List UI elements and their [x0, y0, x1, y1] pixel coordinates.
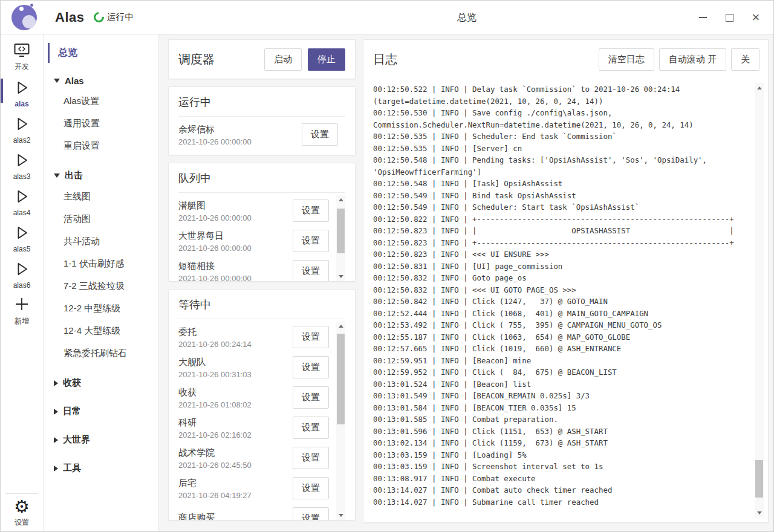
log-line: 00:12:50.548 | INFO | [Task] OpsiAshAssi… [373, 178, 749, 190]
task-row: 潜艇图 2021-10-26 00:00:00 设置 [178, 195, 336, 225]
chevron-down-icon [54, 174, 60, 178]
log-line: 00:12:50.823 | INFO | | OPSIASHASSIST | [373, 225, 749, 237]
task-setting-button[interactable]: 设置 [302, 123, 338, 146]
nav-item[interactable]: 12-2 中型练级 [44, 297, 158, 320]
start-button[interactable]: 启动 [264, 48, 302, 71]
task-setting-button[interactable]: 设置 [293, 326, 329, 348]
task-setting-button[interactable]: 设置 [293, 260, 329, 282]
chevron-right-icon [54, 437, 58, 443]
task-setting-button[interactable]: 设置 [293, 386, 329, 409]
waiting-task-list: 委托 2021-10-26 00:24:14 设置 大舰队 2021-10-26… [178, 322, 336, 520]
log-line: 00:12:50.549 | INFO | Bind task OpsiAshA… [373, 190, 749, 202]
nav-item[interactable]: 1-1 伏击刷好感 [44, 253, 158, 275]
pending-title: 队列中 [178, 171, 345, 193]
nav-group-header-opsi[interactable]: 大世界 [44, 430, 158, 450]
nav-item[interactable]: Alas设置 [44, 90, 158, 112]
task-setting-button[interactable]: 设置 [293, 447, 329, 469]
nav-item-overview[interactable]: 总览 [48, 43, 158, 63]
log-line: 00:12:50.535 | INFO | [Server] cn [373, 143, 749, 155]
rail-item-alas4[interactable]: alas4 [1, 184, 43, 221]
task-name: 潜艇图 [178, 200, 293, 212]
log-line: 00:13:02.134 | INFO | Click (1159, 673) … [373, 437, 749, 449]
maximize-button[interactable] [720, 8, 738, 27]
log-line: 00:12:50.535 | INFO | Scheduler: End tas… [373, 131, 749, 143]
task-setting-button[interactable]: 设置 [293, 230, 329, 252]
minimize-button[interactable] [694, 8, 712, 27]
rail-item-alas6[interactable]: alas6 [1, 257, 43, 293]
rail-item-alas5[interactable]: alas5 [1, 221, 43, 257]
scroll-up-button[interactable] [336, 322, 345, 331]
log-line: 00:13:01.549 | INFO | [BEACON_REMAIN 0.0… [373, 390, 749, 402]
nav-group-header-alas[interactable]: Alas [44, 71, 158, 90]
task-setting-button[interactable]: 设置 [293, 477, 329, 499]
log-line: 00:13:01.584 | INFO | [BEACON_TIER 0.035… [373, 402, 749, 414]
rail-item-alas3[interactable]: alas3 [1, 148, 43, 184]
rail-item-settings[interactable]: ⚙ 设置 [5, 494, 38, 531]
task-row: 科研 2021-10-26 02:16:02 设置 [178, 412, 336, 443]
scroll-down-button[interactable] [336, 272, 345, 281]
nav-item[interactable]: 12-4 大型练级 [44, 320, 158, 342]
nav-group-opsi: 大世界 [44, 430, 158, 450]
scroll-down-button[interactable] [755, 508, 764, 517]
scrollbar-thumb[interactable] [337, 209, 345, 253]
nav-item[interactable]: 紧急委托刷钻石 [44, 342, 158, 365]
nav-item[interactable]: 通用设置 [44, 112, 158, 135]
rail-item-add[interactable]: 新增 [1, 293, 43, 329]
task-time: 2021-10-26 02:45:50 [178, 461, 293, 470]
clear-log-button[interactable]: 清空日志 [599, 48, 654, 71]
log-scrollbar[interactable] [755, 83, 764, 517]
titlebar: Alas 运行中 总览 × [1, 1, 773, 34]
chevron-right-icon [54, 380, 58, 386]
maximize-icon [726, 14, 733, 22]
stop-button[interactable]: 停止 [308, 48, 345, 71]
nav-item[interactable]: 共斗活动 [44, 230, 158, 253]
nav-item[interactable]: 主线图 [44, 186, 158, 208]
rail-item-alas[interactable]: alas [1, 76, 43, 112]
play-icon [14, 116, 30, 134]
nav-group-header-reward[interactable]: 收获 [44, 373, 158, 393]
chevron-down-icon [54, 79, 60, 83]
task-name: 短猫相接 [178, 261, 293, 272]
scroll-up-button[interactable] [336, 195, 345, 204]
nav-item[interactable]: 7-2 三战捡垃圾 [44, 275, 158, 297]
play-icon [14, 225, 30, 243]
rail-item-dev[interactable]: 开发 [1, 39, 43, 76]
task-row: 委托 2021-10-26 00:24:14 设置 [178, 322, 336, 352]
scrollbar-thumb[interactable] [755, 460, 763, 498]
autoscroll-toggle-button[interactable]: 自动滚动 开 [659, 48, 726, 71]
task-time: 2021-10-26 00:24:14 [178, 340, 293, 349]
waiting-card: 等待中 委托 2021-10-26 00:24:14 设置 [168, 289, 356, 521]
scrollbar-thumb[interactable] [337, 334, 345, 424]
task-row: 收获 2021-10-26 01:08:02 设置 [178, 382, 336, 412]
log-line: 00:12:50.548 | INFO | Pending tasks: ['O… [373, 154, 749, 178]
task-name: 商店购买 [178, 512, 293, 520]
task-setting-button[interactable]: 设置 [293, 417, 329, 439]
log-body: 00:12:50.522 | INFO | Delay task `Commis… [363, 79, 768, 522]
chevron-right-icon [54, 465, 58, 472]
nav-item[interactable]: 重启设置 [44, 135, 158, 157]
waiting-scrollbar[interactable] [336, 322, 345, 520]
play-icon [14, 261, 30, 279]
nav-group-header-sortie[interactable]: 出击 [44, 166, 158, 186]
log-off-button[interactable]: 关 [731, 48, 759, 71]
pending-scrollbar[interactable] [336, 195, 345, 281]
arrow-down-icon [339, 275, 343, 278]
nav-group-header-tool[interactable]: 工具 [44, 458, 158, 478]
task-setting-button[interactable]: 设置 [293, 356, 329, 378]
nav-group-header-daily[interactable]: 日常 [44, 401, 158, 421]
log-line: 00:13:03.159 | INFO | Screenshot interva… [373, 461, 749, 473]
play-icon [14, 80, 30, 98]
task-setting-button[interactable]: 设置 [293, 507, 329, 521]
minimize-icon [699, 17, 707, 18]
nav-group-reward: 收获 [44, 373, 158, 393]
task-row: 后宅 2021-10-26 04:19:27 设置 [178, 473, 336, 503]
scroll-down-button[interactable] [336, 511, 345, 520]
task-setting-button[interactable]: 设置 [293, 199, 329, 222]
task-row: 大世界每日 2021-10-26 00:00:00 设置 [178, 225, 336, 256]
rail-item-alas2[interactable]: alas2 [1, 112, 43, 148]
log-line: 00:12:50.832 | INFO | Goto page_os [373, 272, 749, 284]
task-time: 2021-10-26 00:00:00 [178, 274, 293, 282]
nav-item[interactable]: 活动图 [44, 208, 158, 230]
close-button[interactable]: × [747, 8, 765, 27]
scroll-up-button[interactable] [755, 83, 764, 92]
